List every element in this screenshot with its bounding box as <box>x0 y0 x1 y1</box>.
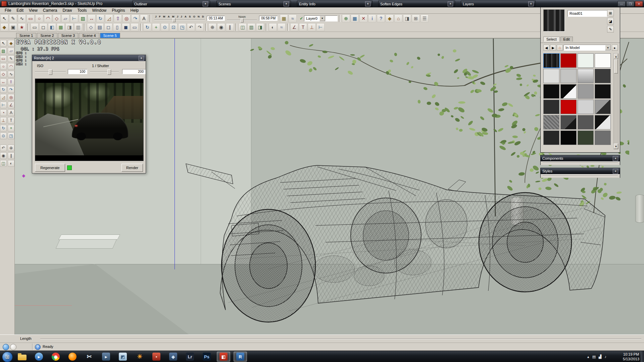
menu-item[interactable]: View <box>26 8 40 13</box>
taskbar-sketchup[interactable]: ◧ <box>217 352 230 362</box>
dimension-tool-icon[interactable]: ∠ <box>290 23 298 31</box>
section-fill-icon[interactable]: ▥ <box>247 23 255 31</box>
move-tool-icon[interactable]: ↔ <box>0 79 7 85</box>
push-pull-icon[interactable]: ⇧ <box>114 14 122 22</box>
zoom-tool-icon[interactable]: ⊙ <box>0 133 7 139</box>
back-view-icon[interactable]: ◼ <box>122 23 130 31</box>
scene-tab[interactable]: Scene 3 <box>58 33 78 38</box>
rectangle-tool-icon[interactable]: ▭ <box>27 14 35 22</box>
textured-mode-icon[interactable]: ▦ <box>57 23 65 31</box>
taskbar-firefox[interactable] <box>66 352 79 362</box>
scroll-down-icon[interactable]: ▼ <box>614 144 618 149</box>
shadows-toggle-icon[interactable]: ◐ <box>8 160 14 167</box>
polygon-tool-icon[interactable]: ◇ <box>53 14 61 22</box>
arc-tool-icon[interactable]: ◠ <box>8 63 14 70</box>
credit-icon[interactable] <box>10 344 16 350</box>
measurement-field[interactable] <box>40 339 641 339</box>
section-cut-icon[interactable]: ◨ <box>256 23 264 31</box>
shaded-mode-icon[interactable]: ◧ <box>48 23 56 31</box>
material-swatch[interactable] <box>595 100 611 114</box>
look-around-icon[interactable]: ◉ <box>217 23 225 31</box>
material-swatch[interactable] <box>543 115 559 130</box>
previous-view-icon[interactable]: ↶ <box>0 145 7 151</box>
material-swatch[interactable] <box>578 69 594 83</box>
fog-mode-icon[interactable]: ≈ <box>278 23 286 31</box>
materials-scrollbar[interactable]: ▲ ▼ <box>613 53 618 149</box>
material-swatch[interactable] <box>560 100 577 114</box>
select-tool-icon[interactable]: ↖ <box>0 14 8 22</box>
scale-tool-icon[interactable]: ◿ <box>0 94 7 101</box>
close-icon[interactable]: ✕ <box>613 156 618 161</box>
material-swatch[interactable] <box>560 84 577 99</box>
offset-tool-icon[interactable]: ◎ <box>122 14 131 22</box>
tape-measure-icon[interactable]: ⊢ <box>70 14 78 22</box>
menu-item[interactable]: Help <box>128 8 142 13</box>
shadows-toggle-icon[interactable]: ◐ <box>269 23 277 31</box>
paint-bucket-icon[interactable]: ▨ <box>0 48 7 54</box>
create-material-button[interactable]: ⊞ <box>607 10 614 16</box>
look-around-icon[interactable]: ◉ <box>0 152 7 159</box>
monochrome-mode-icon[interactable]: ◨ <box>65 23 73 31</box>
maximize-button[interactable]: ❒ <box>626 1 634 7</box>
walk-tool-icon[interactable]: ∥ <box>8 152 14 159</box>
details-arrow-icon[interactable]: ▸ <box>612 45 618 51</box>
push-pull-icon[interactable]: ⇧ <box>8 79 14 85</box>
close-icon[interactable]: ✕ <box>448 1 453 6</box>
follow-me-icon[interactable]: ↷ <box>8 86 14 93</box>
renderin-dialog[interactable]: Render[in] 2 ✕ ISO 1 / Shutter 100 200 <box>32 55 146 173</box>
material-swatch[interactable] <box>595 53 611 68</box>
hidden-line-mode-icon[interactable]: ◻ <box>39 23 47 31</box>
orbit-tool-icon[interactable]: ↻ <box>0 125 7 132</box>
warehouse-icon[interactable]: ⌂ <box>394 14 402 22</box>
show-desktop-button[interactable] <box>641 351 644 362</box>
orbit-tool-icon[interactable]: ↻ <box>143 23 151 31</box>
circle-tool-icon[interactable]: ○ <box>0 63 7 70</box>
axes-tool-icon[interactable]: ⊥ <box>0 117 7 124</box>
help-icon[interactable]: ? <box>35 344 41 350</box>
scene-tab[interactable]: Scene 1 <box>16 33 36 38</box>
taskbar-chrome[interactable]: ◉ <box>49 352 62 362</box>
circle-tool-icon[interactable]: ○ <box>35 14 43 22</box>
forward-arrow-icon[interactable]: ▶ <box>550 45 556 51</box>
freehand-tool-icon[interactable]: ∿ <box>8 71 14 77</box>
network-icon[interactable]: ▟ <box>599 355 601 359</box>
pan-tool-icon[interactable]: + <box>8 125 14 132</box>
components-titlebar[interactable]: Components ✕ <box>541 155 620 161</box>
floating-panel-bar[interactable]: Layers ✕ <box>461 1 536 7</box>
material-swatch[interactable] <box>578 100 594 114</box>
action-center-icon[interactable]: ▤ <box>592 355 596 359</box>
zoom-extents-icon[interactable]: ◳ <box>8 133 14 139</box>
taskbar-media-player[interactable]: ▸ <box>32 352 46 362</box>
menu-item[interactable]: File <box>2 8 14 13</box>
materials-collection-dropdown[interactable]: In Model ▼ <box>563 45 611 51</box>
close-icon[interactable]: ✕ <box>528 1 534 6</box>
menu-item[interactable]: Camera <box>40 8 60 13</box>
scrollbar-thumb[interactable] <box>614 59 618 73</box>
material-swatch[interactable] <box>543 53 559 68</box>
shadow-time-end[interactable]: 06:58 PM <box>259 16 278 21</box>
extension-manager-icon[interactable]: ⊞ <box>412 14 420 22</box>
taskbar-photo-viewer[interactable]: ◩ <box>116 352 130 362</box>
taskbar-app-blue[interactable]: ◆ <box>166 352 180 362</box>
scene-tab[interactable]: Scene 2 <box>37 33 57 38</box>
select-tool-icon[interactable]: ↖ <box>0 40 7 47</box>
arc-tool-icon[interactable]: ◠ <box>44 14 52 22</box>
material-swatch[interactable] <box>578 115 594 130</box>
menu-item[interactable]: Tools <box>75 8 90 13</box>
polygon-tool-icon[interactable]: ◇ <box>0 71 7 77</box>
geolocation-icon[interactable] <box>3 344 9 350</box>
close-icon[interactable]: ✕ <box>284 1 289 6</box>
explode-icon[interactable]: ★ <box>18 23 26 31</box>
chevron-down-icon[interactable]: ▼ <box>605 45 611 50</box>
offset-tool-icon[interactable]: ◎ <box>8 94 14 101</box>
layer-dropdown[interactable]: Layer0 ▼ <box>304 15 338 21</box>
shadow-time-start[interactable]: 05:13 AM <box>207 16 225 21</box>
fog-toggle-icon[interactable]: ≈ <box>289 14 297 22</box>
material-swatch[interactable] <box>595 84 611 99</box>
taskbar-video-player[interactable]: ▸ <box>99 352 113 362</box>
pan-tool-icon[interactable]: + <box>152 23 160 31</box>
display-pane-button[interactable]: ◪ <box>607 18 614 24</box>
paint-bucket-icon[interactable]: ▨ <box>79 14 87 22</box>
shadow-settings-icon[interactable]: ▦ <box>280 14 288 22</box>
material-swatch[interactable] <box>578 53 594 68</box>
